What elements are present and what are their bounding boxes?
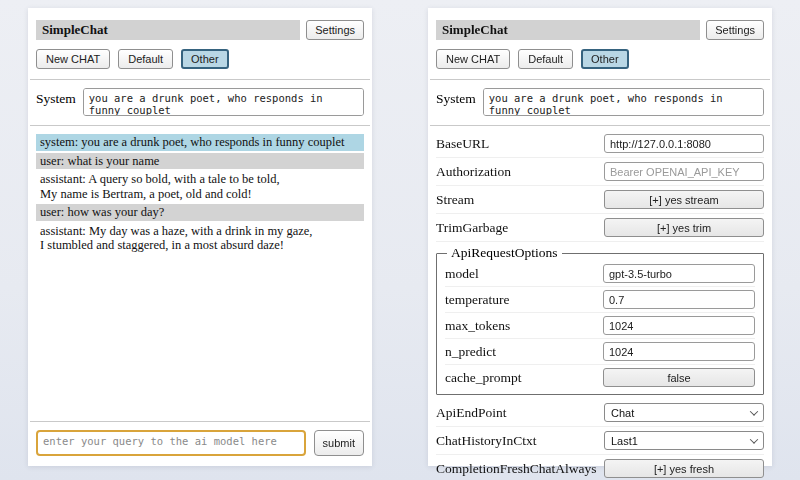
setting-row-max-tokens: max_tokens <box>445 313 755 339</box>
new-chat-button[interactable]: New CHAT <box>436 49 510 69</box>
setting-row-trimgarbage: TrimGarbage [+] yes trim <box>436 214 764 242</box>
n-predict-input[interactable] <box>603 342 755 361</box>
api-endpoint-label: ApiEndPoint <box>436 405 507 421</box>
chat-message-list: system: you are a drunk poet, who respon… <box>36 134 364 256</box>
system-prompt-input[interactable]: you are a drunk poet, who responds in fu… <box>83 88 364 116</box>
chat-message-user: user: what is your name <box>36 153 364 170</box>
stream-label: Stream <box>436 192 474 208</box>
max-tokens-label: max_tokens <box>445 318 510 334</box>
chat-history-label: ChatHistoryInCtxt <box>436 433 537 449</box>
stream-toggle-button[interactable]: [+] yes stream <box>604 190 764 209</box>
settings-panel: SimpleChat Settings New CHAT Default Oth… <box>428 8 772 466</box>
new-chat-button[interactable]: New CHAT <box>36 49 110 69</box>
chat-message-assistant: assistant: My day was a haze, with a dri… <box>36 223 364 254</box>
header: SimpleChat Settings <box>36 20 364 40</box>
authorization-input[interactable] <box>604 162 764 181</box>
page: SimpleChat Settings New CHAT Default Oth… <box>0 0 800 480</box>
chat-message-user: user: how was your day? <box>36 204 364 221</box>
system-prompt-label: System <box>436 88 476 107</box>
temperature-input[interactable] <box>603 290 755 309</box>
trimgarbage-label: TrimGarbage <box>436 220 508 236</box>
baseurl-label: BaseURL <box>436 136 489 152</box>
divider <box>30 79 370 80</box>
chevron-down-icon <box>750 407 758 415</box>
completion-fresh-toggle-button[interactable]: [+] yes fresh <box>604 459 764 478</box>
divider <box>430 125 770 126</box>
app-title: SimpleChat <box>436 20 700 40</box>
setting-row-chat-history: ChatHistoryInCtxt Last1 <box>436 427 764 455</box>
model-label: model <box>445 266 479 282</box>
system-prompt-row: System you are a drunk poet, who respond… <box>436 88 764 116</box>
cache-prompt-toggle-button[interactable]: false <box>603 368 755 387</box>
setting-row-stream: Stream [+] yes stream <box>436 186 764 214</box>
api-request-options-fieldset: ApiRequestOptions model temperature max_… <box>436 245 764 395</box>
session-toolbar: New CHAT Default Other <box>436 49 764 69</box>
session-tab-default[interactable]: Default <box>118 49 173 69</box>
setting-row-api-endpoint: ApiEndPoint Chat <box>436 399 764 427</box>
trimgarbage-toggle-button[interactable]: [+] yes trim <box>604 218 764 237</box>
model-input[interactable] <box>603 264 755 283</box>
spacer <box>36 256 364 418</box>
setting-row-model: model <box>445 261 755 287</box>
completion-fresh-label: CompletionFreshChatAlways <box>436 461 597 477</box>
setting-row-completion-fresh: CompletionFreshChatAlways [+] yes fresh <box>436 455 764 480</box>
settings-button[interactable]: Settings <box>306 20 364 40</box>
system-prompt-row: System you are a drunk poet, who respond… <box>36 88 364 116</box>
divider <box>430 79 770 80</box>
chat-panel: SimpleChat Settings New CHAT Default Oth… <box>28 8 372 466</box>
setting-row-baseurl: BaseURL <box>436 130 764 158</box>
query-row: submit <box>36 430 364 456</box>
session-tab-other[interactable]: Other <box>581 49 629 69</box>
setting-row-cache-prompt: cache_prompt false <box>445 365 755 390</box>
system-prompt-input[interactable]: you are a drunk poet, who responds in fu… <box>483 88 764 116</box>
setting-row-n-predict: n_predict <box>445 339 755 365</box>
chat-message-system: system: you are a drunk poet, who respon… <box>36 134 364 151</box>
max-tokens-input[interactable] <box>603 316 755 335</box>
authorization-label: Authorization <box>436 164 511 180</box>
cache-prompt-label: cache_prompt <box>445 370 521 386</box>
divider <box>30 421 370 422</box>
header: SimpleChat Settings <box>436 20 764 40</box>
app-title: SimpleChat <box>36 20 300 40</box>
divider <box>30 125 370 126</box>
temperature-label: temperature <box>445 292 509 308</box>
session-tab-default[interactable]: Default <box>518 49 573 69</box>
session-toolbar: New CHAT Default Other <box>36 49 364 69</box>
chat-history-select[interactable]: Last1 <box>604 431 764 450</box>
chevron-down-icon <box>750 435 758 443</box>
api-endpoint-selected-value: Chat <box>611 407 634 419</box>
setting-row-temperature: temperature <box>445 287 755 313</box>
n-predict-label: n_predict <box>445 344 496 360</box>
settings-button[interactable]: Settings <box>706 20 764 40</box>
submit-button[interactable]: submit <box>314 430 364 456</box>
system-prompt-label: System <box>36 88 76 107</box>
chat-message-assistant: assistant: A query so bold, with a tale … <box>36 171 364 202</box>
api-request-options-legend: ApiRequestOptions <box>447 245 562 261</box>
query-input[interactable] <box>36 430 306 456</box>
chat-history-selected-value: Last1 <box>611 435 638 447</box>
setting-row-authorization: Authorization <box>436 158 764 186</box>
session-tab-other[interactable]: Other <box>181 49 229 69</box>
baseurl-input[interactable] <box>604 134 764 153</box>
api-endpoint-select[interactable]: Chat <box>604 403 764 422</box>
